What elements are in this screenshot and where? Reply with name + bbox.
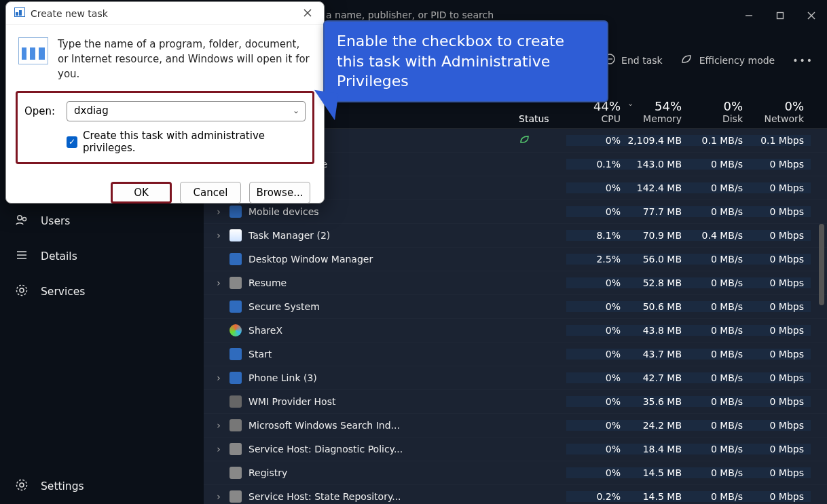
app-icon: [229, 301, 242, 313]
cpu-cell: 0%: [566, 206, 627, 217]
table-row[interactable]: ›Phone Link (3)0%42.7 MB0 MB/s0 Mbps: [204, 366, 827, 390]
sidebar-item-settings[interactable]: Settings: [0, 469, 204, 504]
table-row[interactable]: Start0%43.7 MB0 MB/s0 Mbps: [204, 343, 827, 366]
efficiency-mode-button[interactable]: Efficiency mode: [680, 53, 775, 67]
table-row[interactable]: Desktop Window Manager2.5%56.0 MB0 MB/s0…: [204, 248, 827, 271]
header-cpu[interactable]: 44% CPU: [566, 99, 627, 124]
cancel-button[interactable]: Cancel: [180, 182, 241, 203]
memory-cell: 56.0 MB: [627, 254, 688, 265]
memory-cell: 24.2 MB: [627, 420, 688, 431]
expand-icon[interactable]: ›: [215, 420, 223, 431]
app-icon: [229, 277, 242, 289]
dialog-title: Create new task: [31, 8, 108, 19]
header-disk[interactable]: 0% Disk: [688, 99, 750, 124]
table-row[interactable]: ›Service Host: Diagnostic Policy...0%18.…: [204, 438, 827, 461]
disk-cell: 0 MB/s: [688, 301, 750, 312]
svg-point-12: [17, 286, 27, 296]
app-icon: [229, 372, 242, 384]
header-memory[interactable]: ⌄ 54% Memory: [627, 99, 688, 124]
disk-cell: 0.4 MB/s: [688, 230, 750, 241]
process-name: Secure System: [249, 301, 320, 312]
sidebar-item-users[interactable]: Users: [0, 203, 204, 239]
expand-icon[interactable]: ›: [215, 206, 223, 217]
expand-icon[interactable]: ›: [215, 372, 223, 383]
table-row[interactable]: ›Mobile devices0%77.7 MB0 MB/s0 Mbps: [204, 200, 827, 224]
header-network[interactable]: 0% Network: [750, 99, 811, 124]
users-icon: [15, 213, 29, 229]
search-placeholder[interactable]: a name, publisher, or PID to search: [326, 9, 530, 20]
sidebar-item-label: Settings: [41, 480, 84, 492]
sidebar-item-details[interactable]: Details: [0, 239, 204, 274]
end-task-button[interactable]: End task: [604, 53, 663, 67]
annotation-callout: Enable the checkbox to create this task …: [323, 20, 608, 102]
list-icon: [15, 248, 29, 265]
sidebar-item-label: Details: [41, 250, 77, 263]
disk-cell: 0 MB/s: [688, 277, 750, 288]
vertical-scrollbar[interactable]: [819, 224, 824, 305]
memory-cell: 50.6 MB: [627, 301, 688, 312]
more-menu-button[interactable]: •••: [792, 55, 813, 66]
open-combobox[interactable]: dxdiag ⌄: [67, 101, 306, 121]
expand-icon[interactable]: ›: [215, 230, 223, 241]
sidebar-item-label: Users: [41, 215, 70, 227]
process-name: Service Host: State Repository...: [249, 491, 401, 502]
expand-icon[interactable]: ›: [215, 444, 223, 454]
expand-icon[interactable]: ›: [215, 277, 223, 288]
cpu-cell: 0.2%: [566, 491, 627, 502]
table-row[interactable]: Secure System0%50.6 MB0 MB/s0 Mbps: [204, 295, 827, 319]
table-row[interactable]: ›Task Manager (2)8.1%70.9 MB0.4 MB/s0 Mb…: [204, 224, 827, 248]
process-name: Mobile devices: [249, 206, 319, 217]
header-status[interactable]: Status: [519, 113, 566, 124]
app-icon: [229, 419, 242, 431]
table-row[interactable]: ›Microsoft Windows Search Ind...0%24.2 M…: [204, 414, 827, 438]
cpu-cell: 0%: [566, 420, 627, 431]
maximize-button[interactable]: [765, 5, 796, 26]
dialog-close-button[interactable]: [299, 8, 316, 19]
process-name: Desktop Window Manager: [249, 254, 373, 265]
admin-checkbox-label: Create this task with administrative pri…: [83, 130, 306, 154]
table-row[interactable]: ›Service Host: State Repository...0.2%14…: [204, 485, 827, 504]
network-cell: 0.1 Mbps: [750, 135, 811, 146]
open-label: Open:: [24, 105, 58, 117]
cpu-cell: 0%: [566, 325, 627, 336]
settings-icon: [15, 478, 29, 495]
disk-cell: 0 MB/s: [688, 467, 750, 478]
app-icon: [229, 206, 242, 218]
sidebar-item-label: Services: [41, 286, 85, 298]
table-row[interactable]: Registry0%14.5 MB0 MB/s0 Mbps: [204, 461, 827, 485]
network-cell: 0 Mbps: [750, 444, 811, 454]
disk-cell: 0 MB/s: [688, 182, 750, 193]
close-window-button[interactable]: [796, 5, 827, 26]
cpu-cell: 0%: [566, 349, 627, 360]
minimize-button[interactable]: [733, 5, 765, 26]
table-row[interactable]: ShareX0%43.8 MB0 MB/s0 Mbps: [204, 319, 827, 343]
app-icon: [229, 253, 242, 265]
app-icon: [229, 348, 242, 360]
table-row[interactable]: ›Resume0%52.8 MB0 MB/s0 Mbps: [204, 271, 827, 295]
highlighted-input-area: Open: dxdiag ⌄ ✓ Create this task with a…: [16, 91, 314, 164]
browse-button[interactable]: Browse...: [249, 182, 310, 203]
expand-icon[interactable]: ›: [215, 491, 223, 502]
app-icon: [229, 324, 242, 336]
svg-point-13: [20, 483, 24, 487]
efficiency-mode-label: Efficiency mode: [699, 55, 775, 66]
network-cell: 0 Mbps: [750, 206, 811, 217]
ok-button[interactable]: OK: [111, 182, 172, 203]
table-row[interactable]: WMI Provider Host0%35.6 MB0 MB/s0 Mbps: [204, 390, 827, 414]
leaf-icon: [519, 136, 532, 147]
disk-cell: 0 MB/s: [688, 349, 750, 360]
process-name: Service Host: Diagnostic Policy...: [249, 444, 403, 454]
sidebar-item-services[interactable]: Services: [0, 274, 204, 309]
disk-cell: 0 MB/s: [688, 491, 750, 502]
cpu-cell: 2.5%: [566, 254, 627, 265]
memory-cell: 142.4 MB: [627, 182, 688, 193]
admin-checkbox[interactable]: ✓: [67, 136, 77, 148]
disk-cell: 0 MB/s: [688, 420, 750, 431]
memory-cell: 70.9 MB: [627, 230, 688, 241]
memory-cell: 2,109.4 MB: [627, 135, 688, 146]
memory-cell: 52.8 MB: [627, 277, 688, 288]
end-task-label: End task: [621, 55, 663, 66]
memory-cell: 43.8 MB: [627, 325, 688, 336]
run-icon: [18, 37, 48, 64]
network-cell: 0 Mbps: [750, 349, 811, 360]
